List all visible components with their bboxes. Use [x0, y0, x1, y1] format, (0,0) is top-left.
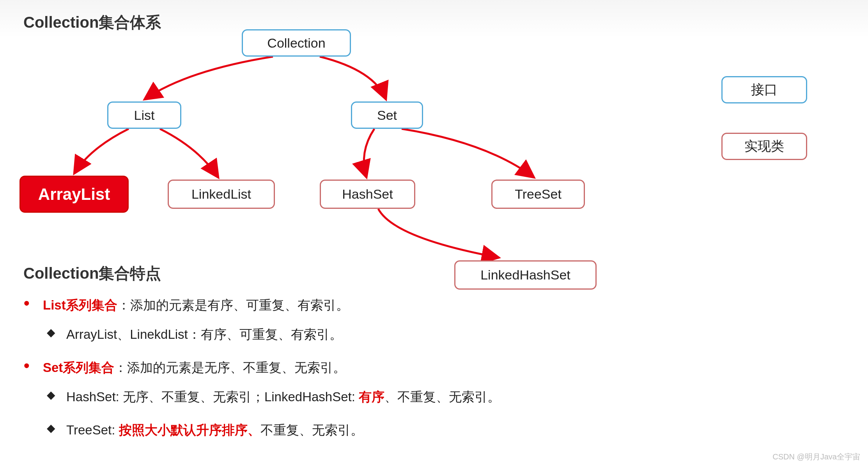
node-linkedlist: LinkedList [168, 180, 275, 209]
node-treeset: TreeSet [491, 180, 585, 209]
node-collection: Collection [242, 29, 351, 57]
watermark: CSDN @明月Java全宇宙 [772, 452, 860, 462]
node-linkedhashset: LinkedHashSet [454, 260, 597, 290]
feature-set-item: Set系列集合：添加的元素是无序、不重复、无索引。 [23, 359, 500, 377]
feature-set-sub1: HashSet: 无序、不重复、无索引；LinkedHashSet: 有序、不重… [23, 388, 500, 406]
node-hashset: HashSet [320, 180, 415, 209]
legend-impl: 实现类 [721, 133, 807, 160]
feature-list-item: List系列集合：添加的元素是有序、可重复、有索引。 [23, 297, 500, 314]
section-title: Collection集合特点 [23, 263, 161, 284]
feature-list-desc: ：添加的元素是有序、可重复、有索引。 [117, 298, 349, 312]
feature-set-label: Set系列集合 [43, 360, 114, 375]
legend-interface: 接口 [721, 76, 807, 103]
features-list: List系列集合：添加的元素是有序、可重复、有索引。 ArrayList、Lin… [23, 297, 500, 455]
node-list: List [107, 101, 181, 129]
node-set: Set [351, 101, 423, 129]
node-arraylist: ArrayList [19, 176, 129, 213]
main-title: Collection集合体系 [23, 12, 161, 33]
feature-list-label: List系列集合 [43, 298, 117, 312]
feature-set-desc: ：添加的元素是无序、不重复、无索引。 [114, 360, 346, 375]
feature-list-sub: ArrayList、LinekdList：有序、可重复、有索引。 [23, 326, 500, 343]
feature-set-sub2: TreeSet: 按照大小默认升序排序、不重复、无索引。 [23, 422, 500, 439]
